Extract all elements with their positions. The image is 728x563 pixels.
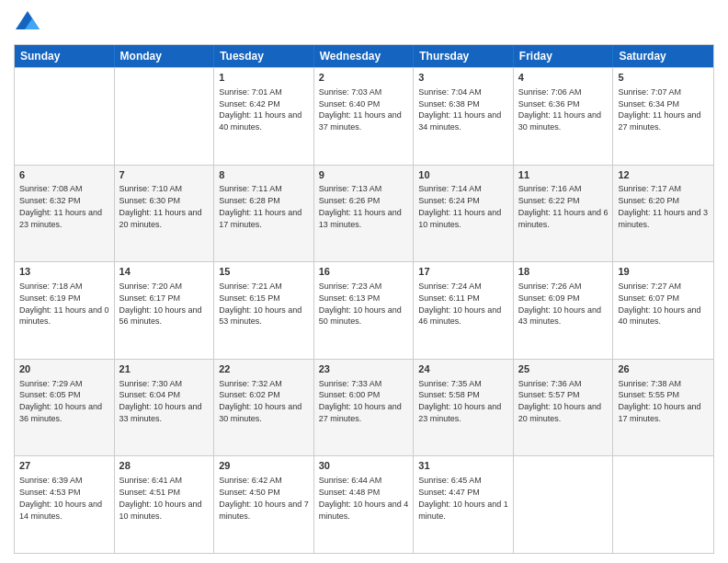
calendar-cell: 18Sunrise: 7:26 AM Sunset: 6:09 PM Dayli…: [514, 262, 614, 359]
day-info: Sunrise: 7:07 AM Sunset: 6:34 PM Dayligh…: [618, 87, 700, 132]
calendar-cell: 12Sunrise: 7:17 AM Sunset: 6:20 PM Dayli…: [613, 166, 713, 262]
day-info: Sunrise: 7:04 AM Sunset: 6:38 PM Dayligh…: [418, 87, 501, 132]
day-number: 22: [219, 362, 309, 376]
day-number: 26: [618, 362, 709, 376]
calendar-cell: [514, 456, 614, 553]
day-info: Sunrise: 6:44 AM Sunset: 4:48 PM Dayligh…: [319, 476, 409, 520]
day-info: Sunrise: 7:06 AM Sunset: 6:36 PM Dayligh…: [518, 87, 601, 132]
day-info: Sunrise: 7:11 AM Sunset: 6:28 PM Dayligh…: [219, 184, 301, 228]
day-info: Sunrise: 7:01 AM Sunset: 6:42 PM Dayligh…: [219, 87, 301, 132]
day-info: Sunrise: 6:42 AM Sunset: 4:50 PM Dayligh…: [219, 476, 309, 520]
day-info: Sunrise: 7:24 AM Sunset: 6:11 PM Dayligh…: [418, 282, 501, 326]
day-info: Sunrise: 7:26 AM Sunset: 6:09 PM Dayligh…: [518, 282, 601, 326]
calendar-row: 6Sunrise: 7:08 AM Sunset: 6:32 PM Daylig…: [15, 165, 713, 262]
calendar-row: 1Sunrise: 7:01 AM Sunset: 6:42 PM Daylig…: [15, 67, 713, 165]
day-number: 15: [219, 265, 309, 279]
day-number: 14: [119, 265, 210, 279]
calendar-cell: 16Sunrise: 7:23 AM Sunset: 6:13 PM Dayli…: [314, 262, 415, 359]
day-info: Sunrise: 7:08 AM Sunset: 6:32 PM Dayligh…: [19, 184, 102, 228]
weekday-header: Friday: [514, 45, 614, 67]
calendar-cell: 25Sunrise: 7:36 AM Sunset: 5:57 PM Dayli…: [514, 360, 614, 456]
day-number: 13: [19, 265, 109, 279]
day-info: Sunrise: 7:38 AM Sunset: 5:55 PM Dayligh…: [618, 379, 700, 423]
logo: [14, 9, 45, 37]
calendar-cell: 4Sunrise: 7:06 AM Sunset: 6:36 PM Daylig…: [514, 68, 614, 165]
day-info: Sunrise: 7:33 AM Sunset: 6:00 PM Dayligh…: [319, 379, 402, 423]
weekday-header: Thursday: [414, 45, 514, 67]
day-number: 25: [518, 362, 609, 376]
calendar-cell: 30Sunrise: 6:44 AM Sunset: 4:48 PM Dayli…: [314, 456, 415, 553]
calendar-cell: [613, 456, 713, 553]
day-info: Sunrise: 7:32 AM Sunset: 6:02 PM Dayligh…: [219, 379, 301, 423]
calendar-cell: 1Sunrise: 7:01 AM Sunset: 6:42 PM Daylig…: [214, 68, 314, 165]
calendar-cell: 22Sunrise: 7:32 AM Sunset: 6:02 PM Dayli…: [214, 360, 314, 456]
calendar-cell: 20Sunrise: 7:29 AM Sunset: 6:05 PM Dayli…: [15, 360, 115, 456]
calendar-cell: 26Sunrise: 7:38 AM Sunset: 5:55 PM Dayli…: [613, 360, 713, 456]
day-info: Sunrise: 7:21 AM Sunset: 6:15 PM Dayligh…: [219, 282, 301, 326]
calendar-cell: 6Sunrise: 7:08 AM Sunset: 6:32 PM Daylig…: [15, 166, 115, 262]
calendar-header: SundayMondayTuesdayWednesdayThursdayFrid…: [15, 45, 713, 67]
weekday-header: Saturday: [613, 45, 713, 67]
day-info: Sunrise: 7:18 AM Sunset: 6:19 PM Dayligh…: [19, 282, 109, 326]
calendar-cell: 11Sunrise: 7:16 AM Sunset: 6:22 PM Dayli…: [514, 166, 614, 262]
day-number: 20: [19, 362, 109, 376]
calendar-cell: 19Sunrise: 7:27 AM Sunset: 6:07 PM Dayli…: [613, 262, 713, 359]
day-info: Sunrise: 7:29 AM Sunset: 6:05 PM Dayligh…: [19, 379, 102, 423]
day-number: 8: [219, 168, 309, 182]
calendar-cell: 29Sunrise: 6:42 AM Sunset: 4:50 PM Dayli…: [214, 456, 314, 553]
day-info: Sunrise: 6:41 AM Sunset: 4:51 PM Dayligh…: [119, 476, 202, 520]
day-info: Sunrise: 6:45 AM Sunset: 4:47 PM Dayligh…: [418, 476, 508, 520]
day-number: 31: [418, 459, 508, 473]
calendar-cell: 10Sunrise: 7:14 AM Sunset: 6:24 PM Dayli…: [414, 166, 514, 262]
calendar-cell: 3Sunrise: 7:04 AM Sunset: 6:38 PM Daylig…: [414, 68, 514, 165]
day-number: 27: [19, 459, 109, 473]
day-number: 7: [119, 168, 210, 182]
day-number: 16: [319, 265, 409, 279]
day-number: 11: [518, 168, 609, 182]
day-number: 19: [618, 265, 709, 279]
calendar-cell: 2Sunrise: 7:03 AM Sunset: 6:40 PM Daylig…: [314, 68, 415, 165]
calendar-cell: 7Sunrise: 7:10 AM Sunset: 6:30 PM Daylig…: [115, 166, 215, 262]
day-number: 17: [418, 265, 508, 279]
day-info: Sunrise: 7:35 AM Sunset: 5:58 PM Dayligh…: [418, 379, 501, 423]
weekday-header: Sunday: [15, 45, 115, 67]
day-number: 2: [319, 71, 409, 85]
day-info: Sunrise: 7:36 AM Sunset: 5:57 PM Dayligh…: [518, 379, 601, 423]
calendar-cell: 23Sunrise: 7:33 AM Sunset: 6:00 PM Dayli…: [314, 360, 415, 456]
day-info: Sunrise: 7:27 AM Sunset: 6:07 PM Dayligh…: [618, 282, 700, 326]
calendar-row: 13Sunrise: 7:18 AM Sunset: 6:19 PM Dayli…: [15, 261, 713, 359]
day-info: Sunrise: 7:03 AM Sunset: 6:40 PM Dayligh…: [319, 87, 402, 132]
calendar-cell: 27Sunrise: 6:39 AM Sunset: 4:53 PM Dayli…: [15, 456, 115, 553]
day-number: 1: [219, 71, 309, 85]
day-info: Sunrise: 7:30 AM Sunset: 6:04 PM Dayligh…: [119, 379, 202, 423]
calendar-row: 20Sunrise: 7:29 AM Sunset: 6:05 PM Dayli…: [15, 359, 713, 456]
calendar-cell: 9Sunrise: 7:13 AM Sunset: 6:26 PM Daylig…: [314, 166, 415, 262]
day-number: 21: [119, 362, 210, 376]
day-number: 10: [418, 168, 508, 182]
calendar-cell: 15Sunrise: 7:21 AM Sunset: 6:15 PM Dayli…: [214, 262, 314, 359]
calendar-cell: 14Sunrise: 7:20 AM Sunset: 6:17 PM Dayli…: [115, 262, 215, 359]
calendar-cell: 28Sunrise: 6:41 AM Sunset: 4:51 PM Dayli…: [115, 456, 215, 553]
weekday-header: Tuesday: [214, 45, 314, 67]
calendar-cell: 17Sunrise: 7:24 AM Sunset: 6:11 PM Dayli…: [414, 262, 514, 359]
day-number: 4: [518, 71, 609, 85]
calendar-cell: 24Sunrise: 7:35 AM Sunset: 5:58 PM Dayli…: [414, 360, 514, 456]
weekday-header: Wednesday: [314, 45, 415, 67]
calendar-cell: [15, 68, 115, 165]
day-number: 18: [518, 265, 609, 279]
calendar-body: 1Sunrise: 7:01 AM Sunset: 6:42 PM Daylig…: [15, 67, 713, 553]
day-number: 30: [319, 459, 409, 473]
day-info: Sunrise: 7:14 AM Sunset: 6:24 PM Dayligh…: [418, 184, 501, 228]
calendar-cell: 21Sunrise: 7:30 AM Sunset: 6:04 PM Dayli…: [115, 360, 215, 456]
day-number: 9: [319, 168, 409, 182]
calendar-cell: 5Sunrise: 7:07 AM Sunset: 6:34 PM Daylig…: [613, 68, 713, 165]
day-info: Sunrise: 7:16 AM Sunset: 6:22 PM Dayligh…: [518, 184, 609, 228]
day-info: Sunrise: 7:10 AM Sunset: 6:30 PM Dayligh…: [119, 184, 202, 228]
calendar-row: 27Sunrise: 6:39 AM Sunset: 4:53 PM Dayli…: [15, 455, 713, 553]
day-info: Sunrise: 7:20 AM Sunset: 6:17 PM Dayligh…: [119, 282, 202, 326]
day-number: 28: [119, 459, 210, 473]
logo-icon: [14, 9, 41, 37]
day-info: Sunrise: 7:17 AM Sunset: 6:20 PM Dayligh…: [618, 184, 708, 228]
day-info: Sunrise: 7:13 AM Sunset: 6:26 PM Dayligh…: [319, 184, 402, 228]
day-info: Sunrise: 7:23 AM Sunset: 6:13 PM Dayligh…: [319, 282, 402, 326]
